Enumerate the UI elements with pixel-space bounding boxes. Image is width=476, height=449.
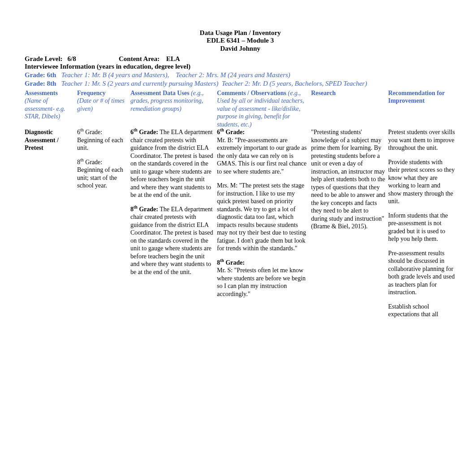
grade-8-line: Grade: 8th Teacher 1: Mr. S (2 years and…: [25, 80, 456, 87]
u8p: 8: [130, 206, 134, 213]
content-area-val: ELA: [166, 55, 180, 62]
grade-level-num: 6/8: [68, 55, 76, 62]
rec-5: Establish school expectations that all: [388, 303, 455, 318]
grade-6-line: Grade: 6th Teacher 1: Mr. B (4 years and…: [25, 71, 456, 79]
hdr-assessments-t: Assessments: [25, 90, 58, 96]
cell-comments: 6th Grade: Mr. B: "Pre-assessments are e…: [217, 128, 311, 318]
f8t: Grade: Beginning of each unit; start of …: [77, 159, 123, 189]
freq-6: 6th Grade: Beginning of each unit.: [77, 128, 128, 152]
u6p: 6: [130, 129, 134, 135]
grade-6-teachers: Teacher 1: Mr. B (4 years and Masters), …: [56, 71, 290, 78]
u8b: Grade:: [138, 206, 158, 213]
rec-4: Pre-assessment results should be discuss…: [388, 249, 455, 296]
f8p: 8: [77, 159, 80, 166]
cell-research: "Pretesting students' knowledge of a sub…: [311, 128, 388, 318]
hdr-comments: Comments / Observations (e.g., Used by a…: [217, 89, 311, 129]
u6sup: th: [134, 128, 138, 133]
c6sup: th: [220, 128, 224, 133]
grade-level-value: [64, 55, 68, 62]
uses-8: 8th Grade: The ELA department chair crea…: [130, 205, 214, 276]
title-line-1: Data Usage Plan / Inventory: [25, 29, 456, 37]
interviewee-label: Interviewee Information (years in educat…: [25, 63, 456, 70]
hdr-rec-t: Recommendation for Improvement: [388, 90, 445, 105]
hdr-assessments-s: (Name of assessment- e.g. STAR, Dibels): [25, 97, 65, 120]
content-area-value: [161, 55, 166, 62]
rec-1: Pretest students over skills you want th…: [388, 128, 455, 152]
title-line-2: EDLE 6341 – Module 3: [25, 37, 456, 44]
hdr-uses-t: Assessment Data Uses: [130, 90, 189, 96]
u6t: The ELA department chair created pretest…: [130, 129, 213, 198]
title-line-3: David Johnny: [25, 45, 456, 52]
grade-6-label: Grade: 6th: [25, 71, 56, 78]
uses-6: 6th Grade: The ELA department chair crea…: [130, 128, 214, 199]
c8sup: th: [220, 258, 224, 263]
f6sup: th: [80, 128, 84, 133]
hdr-frequency: Frequency (Date or # of times given): [77, 89, 130, 129]
cell-assessment-name: Diagnostic Assessment / Pretest: [25, 128, 77, 318]
u6b: Grade:: [138, 129, 158, 135]
grade-8-teachers: Teacher 1: Mr. S (2 years and currently …: [56, 80, 367, 87]
hdr-res-t: Research: [311, 90, 336, 96]
comm-m: Mrs. M: "The pretest sets the stage for …: [217, 182, 308, 253]
grade-level-label: Grade Level:: [25, 55, 63, 62]
f6t: Grade: Beginning of each unit.: [77, 129, 123, 151]
u8sup: th: [134, 205, 138, 209]
assessment-name: Diagnostic Assessment / Pretest: [25, 129, 59, 151]
comm-8-head: 8th Grade:: [217, 259, 308, 267]
cell-frequency: 6th Grade: Beginning of each unit. 8th G…: [77, 128, 130, 318]
hdr-recommendation: Recommendation for Improvement: [388, 89, 458, 129]
header-row: Assessments (Name of assessment- e.g. ST…: [25, 89, 458, 129]
content-area-label: Content Area:: [119, 55, 160, 62]
u8t: The ELA department chair created pretest…: [130, 206, 213, 275]
rec-2: Provide students with their pretest scor…: [388, 158, 455, 205]
comm-s: Mr. S: "Pretests often let me know where…: [217, 266, 308, 298]
title-block: Data Usage Plan / Inventory EDLE 6341 – …: [25, 29, 456, 52]
f8sup: th: [80, 157, 84, 162]
cell-uses: 6th Grade: The ELA department chair crea…: [130, 128, 217, 318]
f6p: 6: [77, 129, 80, 135]
hdr-comm-t: Comments / Observations: [217, 90, 286, 96]
hdr-freq-s: (Date or # of times given): [77, 97, 125, 112]
page: Data Usage Plan / Inventory EDLE 6341 – …: [0, 0, 476, 318]
meta-row: Grade Level: 6/8 Content Area: ELA: [25, 55, 456, 63]
cell-recommendation: Pretest students over skills you want th…: [388, 128, 458, 318]
hdr-research: Research: [311, 89, 388, 129]
comm-b: Mr. B: "Pre-assessments are extremely im…: [217, 136, 308, 176]
c6b: Grade:: [224, 129, 245, 135]
c6p: 6: [217, 129, 220, 135]
main-table: Assessments (Name of assessment- e.g. ST…: [25, 89, 458, 318]
hdr-assessments: Assessments (Name of assessment- e.g. ST…: [25, 89, 77, 129]
hdr-uses: Assessment Data Uses (e.g., grades, prog…: [130, 89, 217, 129]
c8b: Grade:: [224, 259, 245, 266]
table-row: Diagnostic Assessment / Pretest 6th Grad…: [25, 128, 458, 318]
c8p: 8: [217, 259, 220, 266]
research-text: "Pretesting students' knowledge of a sub…: [311, 128, 385, 231]
comm-6-head: 6th Grade:: [217, 128, 308, 136]
hdr-freq-t: Frequency: [77, 90, 106, 96]
rec-3: Inform students that the pre-assessment …: [388, 212, 455, 243]
grade-8-label: Grade: 8th: [25, 80, 56, 87]
freq-8: 8th Grade: Beginning of each unit; start…: [77, 158, 128, 190]
